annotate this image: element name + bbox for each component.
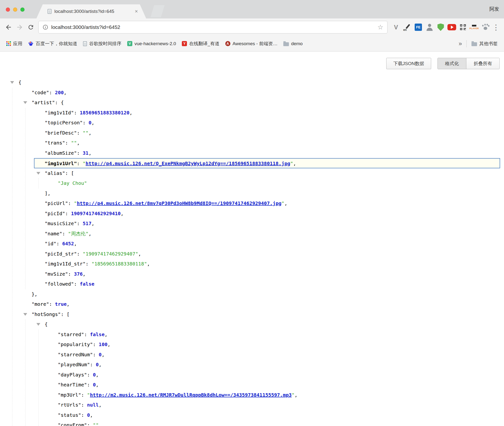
json-token-punct: , [96,382,99,388]
json-token-str: "18569651883380118" [92,261,147,267]
window-close-button[interactable] [6,8,10,12]
json-line: "mvSize": 376, [0,269,504,279]
format-button[interactable]: 格式化 [438,58,466,69]
json-token-punct: , [92,221,94,226]
tab-title: localhost:3000/artists?id=645 [54,9,133,14]
apps-grid-dot [10,45,11,46]
extension-fe-icon[interactable]: FE [413,22,424,33]
json-url-link[interactable]: http://m2.music.126.net/RMJR7wDullRqppBk… [90,392,292,398]
download-json-button[interactable]: 下载JSON数据 [386,58,431,69]
json-url-link[interactable]: http://p4.music.126.net/8mv7qP30Pd3oHW8b… [77,200,281,206]
collapse-all-button[interactable]: 折叠所有 [466,58,499,69]
json-token-punct: : [83,120,89,126]
json-token-str: "19097417462929407" [83,251,138,257]
url-text[interactable]: localhost:3000/artists?id=6452 [51,24,378,30]
forward-button[interactable] [14,22,25,33]
json-line: "albumSize": 31, [0,148,504,158]
json-token-num: 517 [83,221,92,226]
extension-paw-icon[interactable] [480,22,491,33]
bookmark-star-icon[interactable]: ☆ [378,23,383,31]
json-token-num: 31 [83,150,89,156]
json-line-highlighted: "img1v1Url": "http://p4.music.126.net/Q_… [34,158,500,168]
json-token-punct: , [90,412,93,418]
extension-shield-icon[interactable] [435,22,446,33]
json-line: "briefDesc": "", [0,128,504,138]
json-token-key: "more" [32,301,49,307]
awesomes-badge-icon: A [225,41,230,46]
json-token-key: "mp3Url" [58,392,81,398]
bookmark-label: demo [291,41,303,46]
browser-menu-icon[interactable]: ⋮ [491,23,501,32]
json-token-key: "picId" [45,211,65,216]
en-badge: en [403,28,407,32]
bookmark-item[interactable]: 谷歌按时间排序 [81,39,124,49]
json-token-key: "rtUrls" [58,402,81,408]
json-token-punct: : [90,362,96,367]
json-token-punct: : [77,251,83,257]
json-token-punct: , [89,150,92,156]
json-token-key: "mvSize" [45,271,68,277]
json-token-punct: : [86,261,92,267]
collapse-toggle-icon[interactable] [36,172,40,175]
folder-icon [283,42,289,46]
bookmark-item[interactable]: 应用 [4,39,25,49]
fe-badge-icon: FE [415,24,422,31]
json-url-link[interactable]: http://p4.music.126.net/Q_ExePNkmgB2yWyL… [86,161,290,166]
window-controls [6,8,25,12]
vimium-v-icon: V [394,24,398,31]
address-bar[interactable]: localhost:3000/artists?id=6452 ☆ [38,21,387,34]
profile-name[interactable]: 阿发 [489,6,499,12]
extension-player-icon[interactable]: PLAYER [469,22,480,33]
json-token-str: " [87,392,90,398]
json-token-punct: : [77,150,83,156]
json-line: "img1v1Id_str": "18569651883380118", [0,259,504,269]
json-token-key: "artist" [32,100,55,105]
new-tab-button[interactable] [151,5,165,17]
apps-grid-dot [6,45,8,46]
extension-translate-en-icon[interactable]: en [402,22,413,33]
bookmark-label: 谷歌按时间排序 [89,41,121,47]
extension-qrcode-icon[interactable] [457,22,469,33]
json-token-key: "starredNum" [58,352,93,358]
json-token-str: " [292,392,294,398]
browser-tab[interactable]: localhost:3000/artists?id=645 × [36,4,146,18]
json-token-punct: : [68,200,74,206]
json-token-str: "" [83,130,89,136]
site-info-icon[interactable] [42,24,48,30]
json-token-punct: { [18,79,21,85]
extensions-row: VenFEPLAYER [390,22,491,33]
extension-contact-icon[interactable] [424,22,435,33]
json-token-punct: : [93,341,99,347]
window-zoom-button[interactable] [20,8,25,12]
collapse-toggle-icon[interactable] [23,313,27,316]
bookmark-item[interactable]: Vvue-hackernews-2.0 [125,39,178,48]
json-token-keyb: "img1v1Url" [45,161,77,166]
json-line: "starredNum": 0, [0,350,504,360]
bookmark-item[interactable]: demo [281,39,305,48]
json-token-str: " [281,200,284,206]
json-line: "status": 0, [0,410,504,420]
bookmark-item[interactable]: Y在线翻译_有道 [179,39,222,49]
bookmarks-overflow-chevron[interactable]: » [457,40,464,47]
json-token-punct: : [77,161,83,166]
bookmark-item[interactable]: 百度一下，你就知道 [26,39,80,49]
collapse-toggle-icon[interactable] [23,101,27,104]
collapse-toggle-icon[interactable] [10,81,14,84]
other-bookmarks-folder[interactable]: 其他书签 [469,39,500,49]
bookmark-item[interactable]: AAwesomes - 前端资… [223,39,280,49]
collapse-toggle-icon[interactable] [36,323,40,326]
json-line: "picId": 19097417462929410, [0,209,504,219]
extension-youtube-icon[interactable] [446,22,457,33]
json-token-bool: true [55,301,67,307]
json-token-key: "briefDesc" [45,130,77,136]
extension-vimium-icon[interactable]: V [390,22,402,33]
json-token-key: "copyFrom" [58,422,87,426]
json-token-bool: false [80,281,94,287]
back-button[interactable] [3,22,14,33]
window-minimize-button[interactable] [13,8,17,12]
json-token-str: " [74,200,77,206]
json-token-punct: , [105,332,108,337]
json-line: { [0,77,504,88]
tab-close-icon[interactable]: × [135,9,138,14]
reload-button[interactable] [25,22,36,33]
